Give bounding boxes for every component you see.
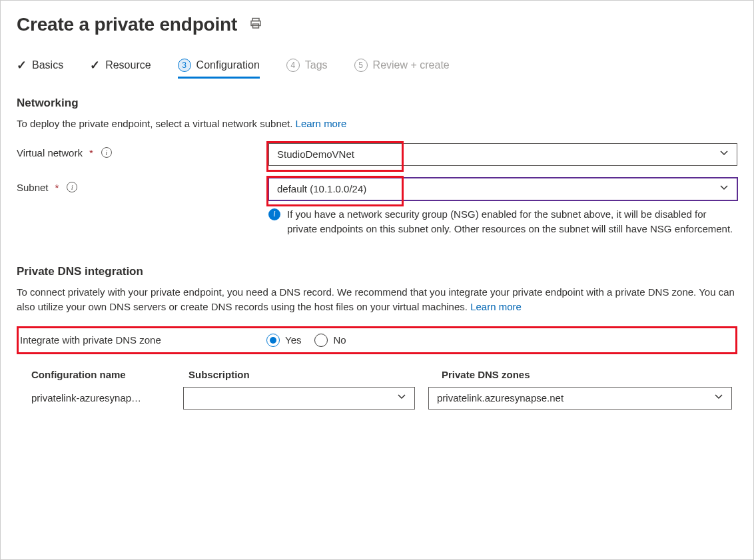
tab-resource[interactable]: ✓ Resource [90, 58, 151, 78]
networking-learn-more-link[interactable]: Learn more [296, 118, 347, 129]
tab-review-label: Review + create [373, 59, 450, 71]
dns-zone-dropdown-value: privatelink.azuresynapse.net [437, 392, 564, 404]
config-col-zones-header: Private DNS zones [442, 369, 732, 380]
subscription-dropdown[interactable] [183, 387, 415, 410]
subnet-dropdown[interactable]: default (10.1.0.0/24) [268, 178, 737, 200]
chevron-down-icon [719, 183, 729, 194]
config-row-name: privatelink-azuresynap… [31, 392, 183, 404]
checkmark-icon: ✓ [90, 58, 100, 73]
vnet-dropdown[interactable]: StudioDemoVNet [268, 143, 737, 166]
tab-review-create[interactable]: 5 Review + create [354, 59, 450, 77]
step-number-badge: 4 [286, 59, 300, 72]
networking-description-text: To deploy the private endpoint, select a… [17, 118, 296, 129]
chevron-down-icon [719, 148, 729, 160]
info-solid-icon: i [268, 208, 280, 220]
tab-tags-label: Tags [305, 59, 328, 71]
config-col-name-header: Configuration name [31, 369, 188, 380]
chevron-down-icon [397, 392, 406, 404]
tab-resource-label: Resource [105, 59, 151, 71]
nsg-note-text: If you have a network security group (NS… [287, 207, 737, 236]
dns-description: To connect privately with your private e… [17, 285, 737, 314]
integrate-dns-no-radio[interactable]: No [314, 334, 346, 347]
integrate-dns-label: Integrate with private DNS zone [20, 334, 161, 346]
integrate-dns-yes-radio[interactable]: Yes [266, 334, 301, 347]
tab-tags[interactable]: 4 Tags [286, 59, 328, 77]
print-icon[interactable] [249, 17, 262, 33]
networking-heading: Networking [17, 97, 737, 110]
config-col-subscription-header: Subscription [188, 369, 442, 380]
dns-heading: Private DNS integration [17, 265, 737, 278]
tab-basics-label: Basics [32, 59, 63, 71]
info-icon[interactable]: i [101, 147, 112, 158]
required-asterisk: * [55, 182, 59, 193]
dns-description-text: To connect privately with your private e… [17, 286, 735, 312]
subnet-label: Subnet [17, 182, 49, 193]
radio-no-label: No [333, 334, 346, 346]
config-row: privatelink-azuresynap… privatelink.azur… [31, 387, 732, 410]
vnet-label: Virtual network [17, 147, 83, 158]
required-asterisk: * [89, 147, 93, 158]
wizard-tabs: ✓ Basics ✓ Resource 3 Configuration 4 Ta… [17, 58, 737, 78]
step-number-badge: 3 [178, 59, 191, 72]
tab-basics[interactable]: ✓ Basics [17, 58, 63, 78]
dns-learn-more-link[interactable]: Learn more [470, 301, 522, 312]
info-icon[interactable]: i [67, 182, 77, 192]
radio-yes-label: Yes [285, 334, 301, 346]
page-title: Create a private endpoint [17, 14, 237, 35]
tab-configuration[interactable]: 3 Configuration [178, 59, 260, 77]
checkmark-icon: ✓ [17, 58, 27, 73]
dns-zone-dropdown[interactable]: privatelink.azuresynapse.net [428, 387, 732, 410]
tab-configuration-label: Configuration [196, 59, 260, 71]
step-number-badge: 5 [354, 59, 368, 72]
chevron-down-icon [714, 392, 723, 404]
vnet-dropdown-value: StudioDemoVNet [277, 148, 354, 160]
networking-description: To deploy the private endpoint, select a… [17, 117, 737, 131]
subnet-dropdown-value: default (10.1.0.0/24) [277, 183, 366, 194]
